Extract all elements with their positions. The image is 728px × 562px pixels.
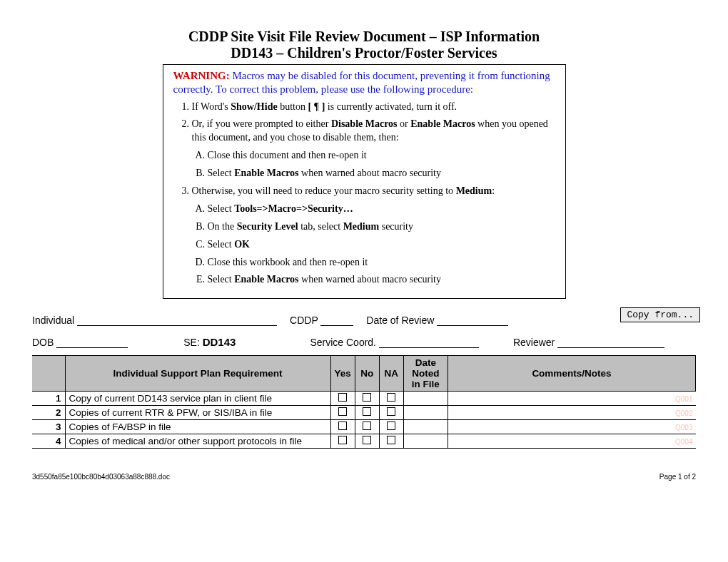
- doc-title-1: CDDP Site Visit File Review Document – I…: [32, 29, 696, 45]
- row-requirement: Copies of FA/BSP in file: [65, 420, 330, 434]
- warning-step-2: Or, if you were prompted to either Disab…: [192, 118, 555, 180]
- table-row: 1 Copy of current DD143 service plan in …: [32, 392, 696, 406]
- warning-steps: If Word's Show/Hide button [ ¶ ] is curr…: [188, 101, 555, 287]
- row-num: 4: [32, 434, 65, 449]
- th-num: [32, 356, 65, 392]
- checkbox-no[interactable]: [363, 422, 371, 430]
- checkbox-yes[interactable]: [338, 393, 347, 402]
- th-no: No: [355, 356, 379, 392]
- footer: 3d550fa85e100bc80b4d03063a88c888.doc Pag…: [32, 473, 696, 481]
- individual-input[interactable]: [77, 316, 277, 326]
- date-cell[interactable]: [403, 392, 448, 406]
- row-code: Q001: [675, 394, 694, 402]
- warning-step-3e: Select Enable Macros when warned about m…: [208, 273, 555, 287]
- checkbox-na[interactable]: [387, 422, 395, 430]
- dob-input[interactable]: [56, 338, 128, 348]
- warning-step-3d: Close this workbook and then re-open it: [208, 256, 555, 270]
- warning-step-3b: On the Security Level tab, select Medium…: [208, 220, 555, 234]
- row-requirement: Copies of current RTR & PFW, or SIS/IBA …: [65, 406, 330, 420]
- warning-box: WARNING: Macros may be disabled for this…: [163, 64, 566, 299]
- comments-cell[interactable]: Q003: [448, 420, 695, 434]
- individual-field: Individual: [32, 315, 277, 326]
- th-requirement: Individual Support Plan Requirement: [65, 356, 330, 392]
- date-review-input[interactable]: [437, 316, 508, 326]
- warning-step-3: Otherwise, you will need to reduce your …: [192, 185, 555, 287]
- comments-cell[interactable]: Q004: [448, 434, 695, 449]
- table-row: 3 Copies of FA/BSP in file Q003: [32, 420, 696, 434]
- date-cell[interactable]: [403, 434, 448, 449]
- checkbox-na[interactable]: [387, 436, 395, 444]
- reviewer-field: Reviewer: [513, 337, 664, 348]
- row-code: Q004: [675, 437, 694, 445]
- dob-field: DOB: [32, 337, 128, 348]
- checkbox-yes[interactable]: [338, 422, 347, 430]
- checkbox-no[interactable]: [363, 393, 371, 402]
- table-row: 4 Copies of medical and/or other support…: [32, 434, 696, 449]
- footer-page: Page 1 of 2: [659, 473, 696, 481]
- comments-cell[interactable]: Q001: [448, 392, 695, 406]
- reviewer-input[interactable]: [557, 338, 664, 348]
- service-coord-field: Service Coord.: [310, 337, 478, 348]
- checkbox-yes[interactable]: [338, 436, 347, 444]
- checkbox-na[interactable]: [387, 407, 395, 416]
- row-num: 2: [32, 406, 65, 420]
- checkbox-no[interactable]: [363, 407, 371, 416]
- row-code: Q002: [675, 409, 694, 417]
- th-yes: Yes: [330, 356, 355, 392]
- row-code: Q003: [675, 423, 694, 431]
- row-requirement: Copy of current DD143 service plan in cl…: [65, 392, 330, 406]
- doc-title-2: DD143 – Children's Proctor/Foster Servic…: [32, 45, 696, 61]
- cddp-input[interactable]: [320, 316, 353, 326]
- warning-step-3c: Select OK: [208, 238, 555, 252]
- checkbox-no[interactable]: [363, 436, 371, 444]
- comments-cell[interactable]: Q002: [448, 406, 695, 420]
- warning-label: WARNING:: [173, 70, 230, 81]
- review-table: Individual Support Plan Requirement Yes …: [32, 355, 696, 449]
- warning-text: Macros may be disabled for this document…: [173, 70, 550, 95]
- se-field: SE: DD143: [183, 336, 236, 348]
- fields-row-2: DOB SE: DD143 Service Coord. Reviewer: [32, 336, 696, 348]
- date-cell[interactable]: [403, 420, 448, 434]
- warning-step-1: If Word's Show/Hide button [ ¶ ] is curr…: [192, 101, 555, 114]
- th-na: NA: [379, 356, 403, 392]
- checkbox-yes[interactable]: [338, 407, 347, 416]
- copy-from-button[interactable]: Copy from...: [620, 307, 700, 322]
- th-date: Date Noted in File: [403, 356, 448, 392]
- footer-filename: 3d550fa85e100bc80b4d03063a88c888.doc: [32, 473, 170, 481]
- warning-intro: WARNING: Macros may be disabled for this…: [173, 69, 555, 96]
- cddp-field: CDDP: [290, 315, 353, 326]
- row-requirement: Copies of medical and/or other support p…: [65, 434, 330, 449]
- th-comments: Comments/Notes: [448, 356, 695, 392]
- se-value: DD143: [203, 336, 236, 348]
- row-num: 3: [32, 420, 65, 434]
- fields-row-1: Individual CDDP Date of Review Copy from…: [32, 315, 696, 326]
- warning-step-2a: Close this document and then re-open it: [208, 149, 555, 163]
- date-cell[interactable]: [403, 406, 448, 420]
- row-num: 1: [32, 392, 65, 406]
- warning-step-2b: Select Enable Macros when warned about m…: [208, 167, 555, 180]
- table-row: 2 Copies of current RTR & PFW, or SIS/IB…: [32, 406, 696, 420]
- service-coord-input[interactable]: [379, 338, 479, 348]
- date-review-field: Date of Review: [366, 315, 508, 326]
- checkbox-na[interactable]: [387, 393, 395, 402]
- warning-step-3a: Select Tools=>Macro=>Security…: [208, 203, 555, 216]
